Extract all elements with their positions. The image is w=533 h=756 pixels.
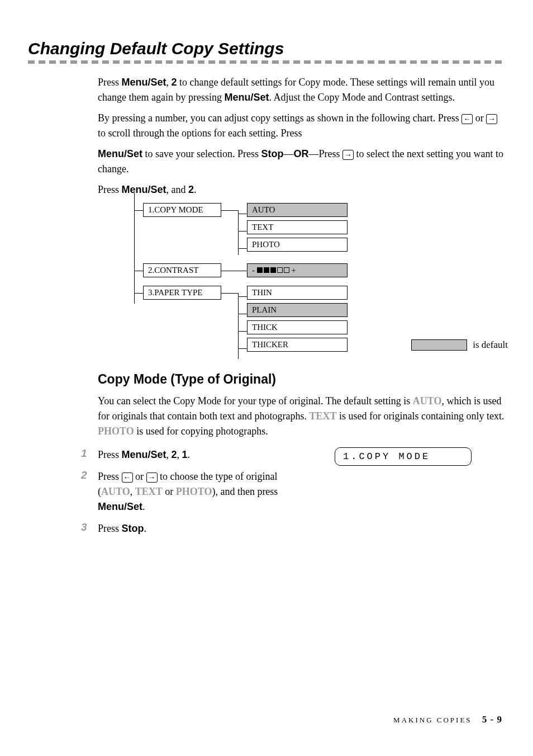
tree-item-papertype: 3.PAPER TYPE [143, 286, 221, 300]
sub-heading-copymode: Copy Mode (Type of Original) [98, 372, 505, 387]
tree-option-text: TEXT [247, 220, 348, 234]
tree-option-thin: THIN [247, 286, 348, 300]
contrast-indicator [257, 267, 289, 273]
tree-option-plain: PLAIN [247, 303, 348, 317]
save-selection-paragraph: Menu/Set to save your selection. Press S… [98, 147, 505, 177]
right-arrow-icon: → [146, 472, 158, 483]
menu-tree: is default 1.COPY MODE AUTO [134, 203, 505, 355]
tree-option-auto: AUTO [247, 203, 348, 217]
intro-paragraph: Press Menu/Set, 2 to change default sett… [98, 75, 505, 105]
tree-item-contrast: 2.CONTRAST [143, 263, 221, 277]
left-arrow-icon: ← [122, 472, 133, 483]
press-instruction: Press Menu/Set, and 2. [98, 182, 505, 197]
tree-item-copymode: 1.COPY MODE [143, 203, 221, 217]
divider-line [28, 60, 505, 64]
copymode-paragraph: You can select the Copy Mode for your ty… [98, 394, 505, 439]
step-2: 2 Press ← or → to choose the type of ori… [98, 469, 310, 514]
step-3: 3 Press Stop. [98, 521, 505, 536]
right-arrow-icon: → [342, 150, 354, 160]
right-arrow-icon: → [486, 114, 497, 124]
scroll-paragraph: By pressing a number, you can adjust cop… [98, 111, 505, 141]
tree-option-photo: PHOTO [247, 238, 348, 252]
tree-option-thicker: THICKER [247, 338, 348, 352]
lcd-display: 1.COPY MODE [335, 447, 472, 466]
page-footer: MAKING COPIES 5 - 9 [393, 714, 502, 725]
tree-option-contrast: - + [247, 263, 348, 277]
left-arrow-icon: ← [461, 114, 473, 124]
main-heading: Changing Default Copy Settings [28, 39, 505, 58]
tree-option-thick: THICK [247, 320, 348, 334]
